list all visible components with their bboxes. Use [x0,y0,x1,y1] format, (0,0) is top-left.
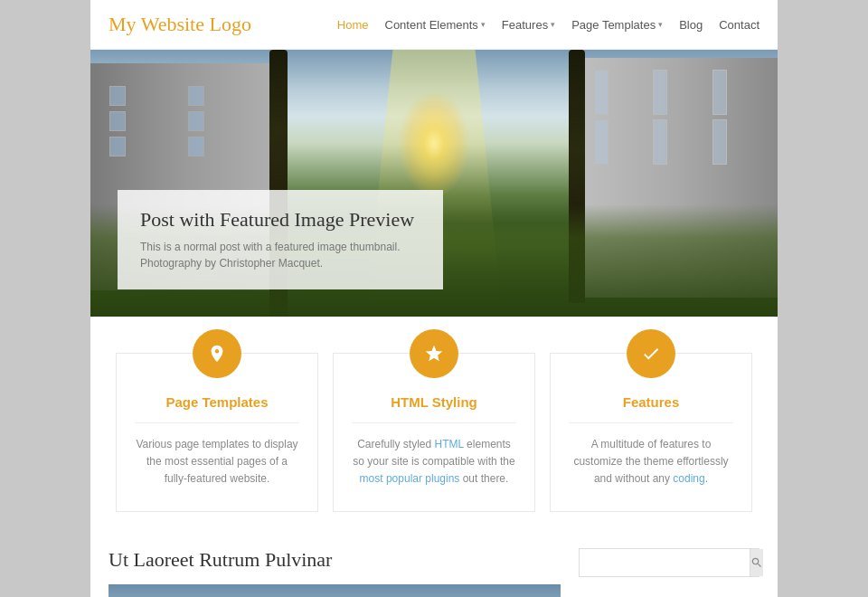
feature-divider [569,422,733,423]
feature-icon-location [193,329,241,378]
bottom-right [579,548,760,577]
feature-title-0: Page Templates [165,394,268,410]
nav-page-templates[interactable]: Page Templates ▾ [571,18,663,32]
feature-title-2: Features [623,394,680,410]
search-icon [750,556,763,569]
chevron-down-icon: ▾ [551,20,555,29]
window [653,119,667,165]
feature-card-features: Features A multitude of features to cust… [550,353,752,512]
hero-title: Post with Featured Image Preview [140,208,420,232]
hero-section: Post with Featured Image Preview This is… [90,50,778,317]
bottom-left: Ut Laoreet Rutrum Pulvinar [108,548,561,597]
window [594,70,609,115]
features-section: Page Templates Various page templates to… [90,317,778,539]
feature-divider [135,422,299,423]
section-title: Ut Laoreet Rutrum Pulvinar [108,548,561,572]
building-windows-left [109,86,262,156]
nav-contact[interactable]: Contact [719,18,760,32]
main-nav: Home Content Elements ▾ Features ▾ Page … [337,18,760,32]
window [109,86,126,106]
feature-card-page-templates: Page Templates Various page templates to… [116,353,318,512]
search-input[interactable] [580,549,750,576]
chevron-down-icon: ▾ [481,20,486,29]
logo-text: My Website [108,13,209,35]
star-icon [424,344,444,364]
location-icon [207,344,227,364]
feature-card-html-styling: HTML Styling Carefully styled HTML eleme… [333,353,535,512]
window [188,86,204,106]
chevron-down-icon: ▾ [658,20,663,29]
sunburst [398,90,470,198]
window [188,137,204,156]
site-logo: My Website Logo [108,13,251,36]
window [109,111,126,131]
post-thumbnail [108,584,561,597]
check-icon [641,344,661,364]
nav-content-elements[interactable]: Content Elements ▾ [385,18,486,32]
plugins-link[interactable]: most popular plugins [360,472,460,485]
html-link[interactable]: HTML [435,438,464,450]
search-box [579,548,760,577]
hero-description: This is a normal post with a featured im… [140,239,420,271]
window [653,70,667,115]
feature-desc-1: Carefully styled HTML elements so your s… [352,436,516,488]
nav-home[interactable]: Home [337,18,369,32]
window [712,70,727,115]
feature-desc-0: Various page templates to display the mo… [135,436,299,488]
feature-title-1: HTML Styling [391,394,477,410]
coding-link[interactable]: coding [673,472,704,485]
feature-icon-star [410,329,458,378]
hero-overlay: Post with Featured Image Preview This is… [118,190,443,289]
search-button[interactable] [750,549,763,576]
nav-features[interactable]: Features ▾ [502,18,555,32]
building-windows-right [594,70,768,165]
bottom-section: Ut Laoreet Rutrum Pulvinar [90,539,778,597]
site-header: My Website Logo Home Content Elements ▾ … [90,0,778,50]
window [594,119,609,165]
feature-desc-2: A multitude of features to customize the… [569,436,733,488]
nav-blog[interactable]: Blog [679,18,703,32]
feature-icon-check [627,329,675,378]
window [109,137,126,156]
feature-divider [352,422,516,423]
window [188,111,204,131]
page-wrapper: My Website Logo Home Content Elements ▾ … [90,0,778,597]
window [712,119,727,165]
logo-highlight: Logo [209,13,250,35]
